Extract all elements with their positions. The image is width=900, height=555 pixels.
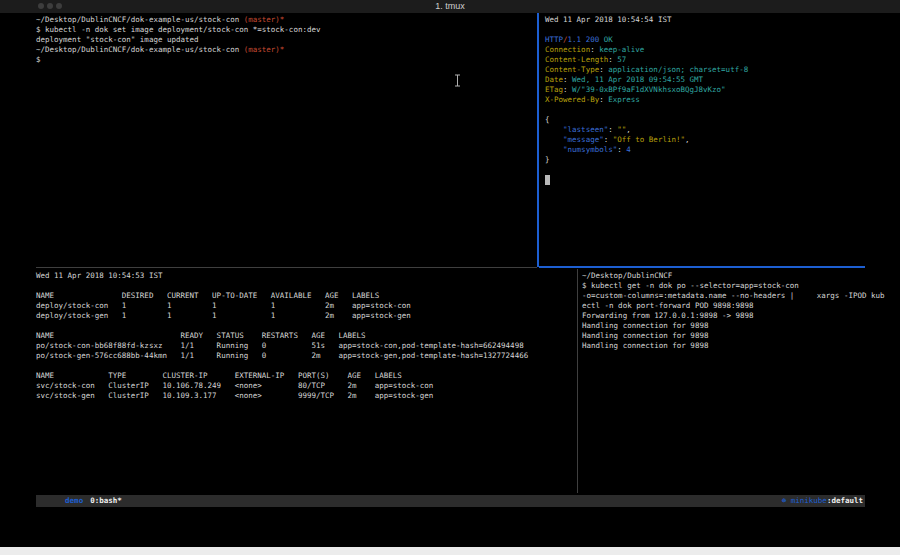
pane-kubectl-resources-watch[interactable]: Wed 11 Apr 2018 10:54:53 IST NAME DESIRE… xyxy=(36,271,574,491)
terminal-line xyxy=(36,361,574,371)
tmux-status-bar: demo0:bash* ☸ minikube:default xyxy=(36,495,865,507)
tmux-pane-border-vertical-active[interactable] xyxy=(537,13,539,267)
terminal-window: 1. tmux ~/Desktop/DublinCNCF/dok-example… xyxy=(0,0,900,555)
terminal-line: Handling connection for 9898 xyxy=(582,341,882,351)
terminal-line: deployment "stock-con" image updated xyxy=(36,35,534,45)
terminal-line: $ xyxy=(36,55,534,65)
terminal-line: $ kubectl -n dok set image deployment/st… xyxy=(36,25,534,35)
mouse-text-cursor-pointer xyxy=(454,72,461,85)
window-titlebar: 1. tmux xyxy=(0,0,900,14)
terminal-line: } xyxy=(545,155,865,165)
tmux-status-right: ☸ minikube:default xyxy=(755,483,865,519)
kubernetes-wheel-icon: ☸ xyxy=(782,496,791,505)
tmux-pane-border-horizontal-left[interactable] xyxy=(36,267,537,268)
terminal-line xyxy=(36,281,574,291)
terminal-line: ETag: W/"39-0xBPf9aF1dXVNkhsxoBQgJ8vKzo" xyxy=(545,85,865,95)
terminal-cursor xyxy=(545,175,550,185)
terminal-line xyxy=(545,25,865,35)
terminal-line: ~/Desktop/DublinCNCF/dok-example-us/stoc… xyxy=(36,45,534,55)
terminal-line: NAME DESIRED CURRENT UP-TO-DATE AVAILABL… xyxy=(36,291,574,301)
terminal-line: Wed 11 Apr 2018 10:54:53 IST xyxy=(36,271,574,281)
terminal-line xyxy=(36,321,574,331)
terminal-line: ~/Desktop/DublinCNCF/dok-example-us/stoc… xyxy=(36,15,534,25)
terminal-line: "numsymbols": 4 xyxy=(545,145,865,155)
terminal-line: svc/stock-con ClusterIP 10.106.78.249 <n… xyxy=(36,381,574,391)
terminal-line: ~/Desktop/DublinCNCF xyxy=(582,271,882,281)
terminal-line: HTTP/1.1 200 OK xyxy=(545,35,865,45)
terminal-line: po/stock-gen-576cc688bb-44kmn 1/1 Runnin… xyxy=(36,351,574,361)
terminal-line: svc/stock-gen ClusterIP 10.109.3.177 <no… xyxy=(36,391,574,401)
kube-context-name: minikube xyxy=(791,496,827,505)
terminal-line: Connection: keep-alive xyxy=(545,45,865,55)
window-title: 1. tmux xyxy=(0,1,900,11)
tmux-pane-border-horizontal-active[interactable] xyxy=(539,266,865,268)
terminal-line: Content-Length: 57 xyxy=(545,55,865,65)
terminal-line xyxy=(545,105,865,115)
tmux-status-left: demo0:bash* xyxy=(36,483,122,519)
terminal-line: deploy/stock-gen 1 1 1 1 2m app=stock-ge… xyxy=(36,311,574,321)
tmux-pane-border-vertical-bottom[interactable] xyxy=(577,269,578,493)
tmux-session-name: demo xyxy=(65,496,83,505)
pane-http-response-watch[interactable]: Wed 11 Apr 2018 10:54:54 IST HTTP/1.1 20… xyxy=(545,15,865,265)
terminal-line: X-Powered-By: Express xyxy=(545,95,865,105)
terminal-line: -o=custom-columns=:metadata.name --no-he… xyxy=(582,291,882,301)
terminal-line: $ kubectl get -n dok po --selector=app=s… xyxy=(582,281,882,291)
terminal-line xyxy=(545,175,865,185)
terminal-line: { xyxy=(545,115,865,125)
terminal-line: Handling connection for 9898 xyxy=(582,331,882,341)
terminal-line: po/stock-con-bb68f88fd-kzsxz 1/1 Running… xyxy=(36,341,574,351)
terminal-line: "message": "Off to Berlin!", xyxy=(545,135,865,145)
terminal-line: Wed 11 Apr 2018 10:54:54 IST xyxy=(545,15,865,25)
kube-namespace: :default xyxy=(827,496,863,505)
pane-shell-kubectl-set-image[interactable]: ~/Desktop/DublinCNCF/dok-example-us/stoc… xyxy=(36,15,534,265)
tmux-window-tab[interactable]: 0:bash* xyxy=(90,496,122,505)
terminal-line: Date: Wed, 11 Apr 2018 09:54:55 GMT xyxy=(545,75,865,85)
terminal-line: Handling connection for 9898 xyxy=(582,321,882,331)
terminal-line: NAME READY STATUS RESTARTS AGE LABELS xyxy=(36,331,574,341)
terminal-line: NAME TYPE CLUSTER-IP EXTERNAL-IP PORT(S)… xyxy=(36,371,574,381)
pane-port-forward-log[interactable]: ~/Desktop/DublinCNCF$ kubectl get -n dok… xyxy=(582,271,882,491)
terminal-line: ectl -n dok port-forward POD 9898:9898 xyxy=(582,301,882,311)
terminal-line: Content-Type: application/json; charset=… xyxy=(545,65,865,75)
terminal-line: "lastseen": "", xyxy=(545,125,865,135)
terminal-line: deploy/stock-con 1 1 1 1 2m app=stock-co… xyxy=(36,301,574,311)
terminal-line xyxy=(545,165,865,175)
terminal-line: Forwarding from 127.0.0.1:9898 -> 9898 xyxy=(582,311,882,321)
page-background-strip xyxy=(0,547,900,555)
